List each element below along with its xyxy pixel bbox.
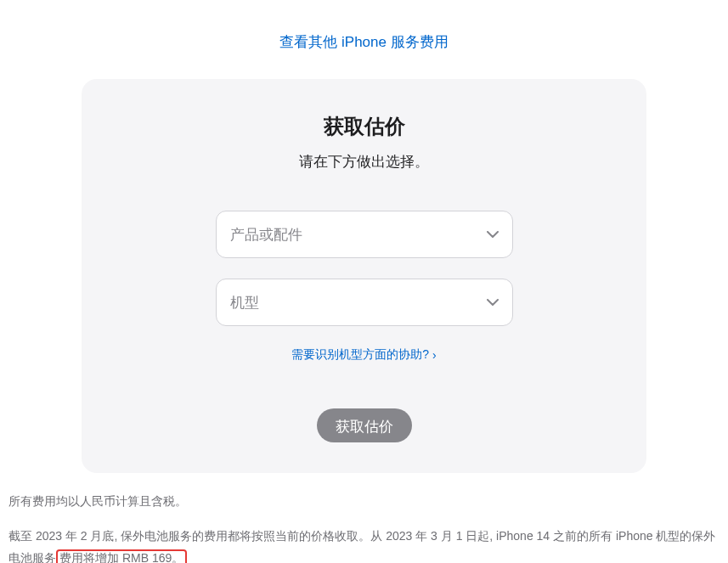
- product-select[interactable]: 产品或配件: [216, 211, 513, 258]
- get-estimate-button[interactable]: 获取估价: [317, 408, 412, 442]
- card-title: 获取估价: [124, 113, 604, 140]
- product-select-wrap: 产品或配件: [216, 211, 513, 258]
- model-select[interactable]: 机型: [216, 279, 513, 326]
- footer-line-1: 所有费用均以人民币计算且含税。: [8, 490, 720, 513]
- footer-line-2: 截至 2023 年 2 月底, 保外电池服务的费用都将按照当前的价格收取。从 2…: [8, 525, 720, 563]
- model-help-link[interactable]: 需要识别机型方面的协助? ›: [291, 347, 436, 363]
- help-link-label: 需要识别机型方面的协助?: [291, 347, 429, 363]
- estimate-card: 获取估价 请在下方做出选择。 产品或配件 机型 需要识别机型方面的协助? › 获…: [82, 79, 646, 473]
- model-select-wrap: 机型: [216, 279, 513, 326]
- footer-text: 所有费用均以人民币计算且含税。 截至 2023 年 2 月底, 保外电池服务的费…: [0, 473, 728, 563]
- help-link-container: 需要识别机型方面的协助? ›: [124, 346, 604, 363]
- chevron-down-icon: [487, 299, 499, 306]
- chevron-right-icon: ›: [432, 348, 437, 362]
- model-select-placeholder: 机型: [230, 293, 259, 312]
- product-select-placeholder: 产品或配件: [230, 225, 302, 245]
- chevron-down-icon: [487, 231, 499, 238]
- other-services-link[interactable]: 查看其他 iPhone 服务费用: [279, 34, 448, 50]
- price-increase-highlight: 费用将增加 RMB 169。: [56, 549, 187, 563]
- top-link-container: 查看其他 iPhone 服务费用: [0, 0, 728, 69]
- card-subtitle: 请在下方做出选择。: [124, 152, 604, 172]
